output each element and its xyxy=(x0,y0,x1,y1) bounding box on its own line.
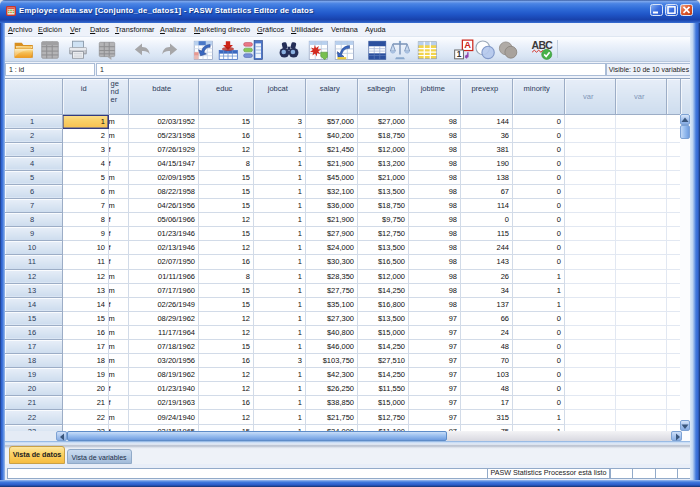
svg-text:1: 1 xyxy=(457,50,462,59)
svg-text:ABC: ABC xyxy=(532,40,553,51)
svg-text:A: A xyxy=(464,40,471,50)
